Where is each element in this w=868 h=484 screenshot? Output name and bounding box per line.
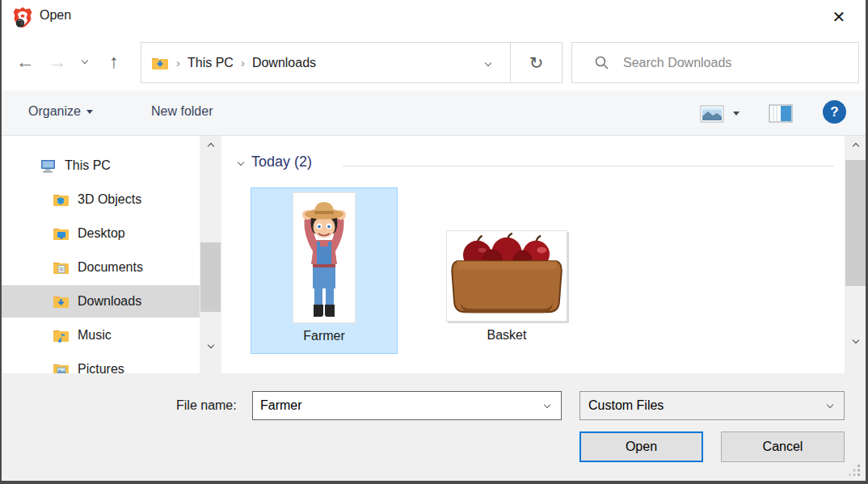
file-type-select[interactable]: Custom Files	[579, 391, 845, 420]
command-toolbar: Organize New folder ?	[2, 90, 866, 136]
breadcrumb-separator: ›	[241, 56, 245, 69]
search-box[interactable]	[571, 42, 859, 83]
downloads-folder-icon	[151, 56, 169, 70]
basket-thumbnail	[446, 230, 567, 322]
navigation-pane: This PC 3D Objects Des	[2, 136, 200, 373]
file-list: Today (2)	[228, 136, 845, 373]
group-title: Today (2)	[251, 154, 312, 170]
close-button[interactable]: ✕	[827, 5, 851, 29]
downloads-folder-icon	[52, 295, 70, 309]
this-pc-icon	[39, 158, 57, 173]
file-name-input[interactable]	[260, 398, 527, 413]
preview-pane-icon[interactable]	[769, 104, 793, 123]
scroll-down-icon[interactable]	[200, 338, 221, 352]
forward-button-disabled[interactable]: →	[44, 47, 71, 76]
file-type-value: Custom Files	[588, 398, 664, 413]
documents-folder-icon	[52, 261, 70, 275]
sidebar-item-this-pc[interactable]: This PC	[2, 149, 200, 182]
resize-grip[interactable]	[849, 465, 861, 477]
dialog-footer: File name: Custom Files Open Cancel	[2, 373, 866, 481]
file-type-dropdown-chevron-icon	[827, 402, 833, 408]
navigation-bar: ← → ↑ › This PC › Downloads ↻	[2, 36, 866, 90]
music-folder-icon	[52, 329, 70, 343]
file-item-farmer[interactable]: Farmer	[251, 187, 398, 354]
open-button[interactable]: Open	[579, 431, 703, 462]
scroll-up-icon[interactable]	[845, 139, 867, 154]
sidebar-item-downloads[interactable]: Downloads	[2, 285, 200, 318]
new-folder-button[interactable]: New folder	[151, 104, 213, 119]
address-bar[interactable]: › This PC › Downloads	[141, 42, 511, 83]
breadcrumb-separator: ›	[176, 56, 180, 69]
sidebar-item-pictures[interactable]: Pictures	[2, 353, 200, 373]
window-title: Open	[40, 8, 71, 23]
back-button[interactable]: ←	[11, 47, 39, 76]
group-collapse-chevron-icon[interactable]	[238, 158, 244, 165]
sidebar-scrollbar-thumb[interactable]	[200, 242, 221, 312]
title-bar: Open ✕	[2, 0, 866, 36]
file-name-basket: Basket	[487, 328, 527, 343]
scroll-up-icon[interactable]	[200, 139, 221, 154]
3d-objects-folder-icon	[52, 193, 70, 207]
sidebar-item-desktop[interactable]: Desktop	[2, 217, 200, 250]
organize-dropdown-caret-icon	[86, 110, 93, 114]
pictures-folder-icon	[52, 363, 70, 374]
file-name-dropdown-chevron-icon[interactable]	[544, 402, 550, 408]
group-header-today[interactable]: Today (2)	[238, 154, 312, 170]
up-button[interactable]: ↑	[100, 47, 128, 76]
group-divider	[343, 166, 834, 166]
desktop-folder-icon	[52, 227, 70, 241]
help-button[interactable]: ?	[823, 100, 846, 124]
file-name-farmer: Farmer	[303, 329, 345, 343]
file-list-scrollbar[interactable]	[845, 136, 867, 373]
file-name-combobox[interactable]	[252, 391, 562, 420]
recent-locations-chevron-icon[interactable]	[82, 57, 88, 64]
breadcrumb-this-pc[interactable]: This PC	[188, 56, 234, 70]
view-mode-icon[interactable]	[700, 105, 724, 123]
sidebar-scrollbar[interactable]	[200, 136, 221, 373]
address-dropdown-chevron-icon[interactable]	[485, 60, 491, 66]
view-mode-caret-icon[interactable]	[733, 112, 739, 116]
refresh-button[interactable]: ↻	[511, 42, 563, 83]
organize-button[interactable]: Organize	[28, 104, 93, 119]
cancel-button[interactable]: Cancel	[721, 431, 845, 462]
search-input[interactable]	[623, 56, 825, 70]
brave-icon	[11, 6, 34, 28]
file-item-basket[interactable]: Basket	[430, 187, 584, 354]
sidebar-item-documents[interactable]: Documents	[2, 251, 200, 284]
search-icon	[595, 56, 609, 69]
farmer-thumbnail	[293, 193, 355, 322]
dialog-content: This PC 3D Objects Des	[2, 136, 866, 373]
sidebar-item-3d-objects[interactable]: 3D Objects	[2, 183, 200, 216]
sidebar-item-music[interactable]: Music	[2, 319, 200, 351]
file-name-label: File name:	[176, 398, 237, 413]
file-list-scrollbar-thumb[interactable]	[845, 160, 866, 286]
open-file-dialog: Open ✕ ← → ↑ › This PC › Downloads ↻	[0, 0, 868, 484]
scroll-down-icon[interactable]	[845, 333, 867, 347]
breadcrumb-downloads[interactable]: Downloads	[252, 56, 316, 70]
